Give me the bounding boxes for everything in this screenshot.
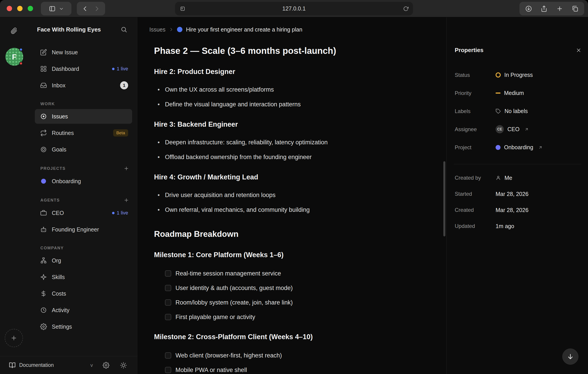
chevron-down-icon <box>59 7 64 11</box>
compose-icon <box>40 49 47 56</box>
bullet-item: Own referral, viral mechanics, and commu… <box>154 205 422 214</box>
sidebar-item-ceo[interactable]: CEO 1 live <box>35 206 132 220</box>
sidebar-item-org[interactable]: Org <box>35 253 132 268</box>
bullet-item: Offload backend ownership from the found… <box>154 153 422 162</box>
task-row: First playable game or activity <box>165 313 422 321</box>
dashboard-live-indicator: 1 live <box>112 66 128 72</box>
property-label: Created <box>455 207 496 213</box>
target-icon <box>40 146 47 153</box>
breadcrumb: Issues Hire your first engineer and crea… <box>137 17 446 42</box>
zoom-window-button[interactable] <box>28 6 33 11</box>
history-nav <box>77 2 105 15</box>
status-value[interactable]: In Progress <box>496 72 533 78</box>
sidebar-item-founding-engineer[interactable]: Founding Engineer <box>35 222 132 237</box>
sidebar-item-activity[interactable]: Activity <box>35 303 132 318</box>
chevron-right-icon <box>169 27 173 32</box>
task-checkbox[interactable] <box>165 270 171 277</box>
property-row-project: Project Onboarding <box>455 138 581 156</box>
dashboard-grid-icon <box>40 66 47 72</box>
forward-button[interactable] <box>94 5 100 12</box>
milestone1-checklist: Real-time session management service Use… <box>154 269 422 321</box>
sidebar-item-inbox[interactable]: Inbox 1 <box>35 78 132 93</box>
hire3-heading: Hire 3: Backend Engineer <box>154 120 422 129</box>
live-dot <box>112 68 115 70</box>
sidebar-toggle-button[interactable] <box>41 2 72 15</box>
task-checkbox[interactable] <box>165 367 171 373</box>
tab-overview-button[interactable] <box>572 5 578 12</box>
property-label: Created by <box>455 175 496 181</box>
new-tab-button[interactable] <box>556 5 563 12</box>
settings-gear-icon[interactable] <box>103 362 109 369</box>
theme-toggle-icon[interactable] <box>120 362 127 369</box>
property-row-status: Status In Progress <box>455 66 581 84</box>
milestone1-heading: Milestone 1: Core Platform (Weeks 1–6) <box>154 251 422 259</box>
close-icon[interactable] <box>576 48 581 53</box>
sidebar-item-routines[interactable]: Routines Beta <box>35 126 132 140</box>
ceo-live-indicator: 1 live <box>112 210 128 216</box>
external-link-icon[interactable] <box>538 145 543 150</box>
hire2-heading: Hire 2: Product Designer <box>154 67 422 76</box>
paperclip-icon[interactable] <box>11 27 17 34</box>
roadmap-heading: Roadmap Breakdown <box>154 229 422 239</box>
add-agent-button[interactable] <box>124 198 129 203</box>
assignee-value[interactable]: CE CEO <box>496 125 529 133</box>
minimize-window-button[interactable] <box>17 6 22 11</box>
person-icon <box>496 175 501 180</box>
task-row: Real-time session management service <box>165 269 422 278</box>
sidebar-item-onboarding-project[interactable]: Onboarding <box>35 174 132 188</box>
updated-value: 1m ago <box>496 223 514 230</box>
project-value[interactable]: Onboarding <box>496 144 543 151</box>
task-row: User identity & auth (accounts, guest mo… <box>165 284 422 292</box>
workspace-avatar[interactable]: F <box>5 48 23 66</box>
breadcrumb-parent-link[interactable]: Issues <box>149 26 165 33</box>
scrollbar-thumb[interactable] <box>443 161 445 236</box>
sidebar-item-costs[interactable]: Costs <box>35 286 132 301</box>
external-link-icon[interactable] <box>524 127 529 132</box>
section-work: WORK <box>40 102 129 106</box>
priority-value[interactable]: Medium <box>496 90 524 96</box>
browser-window: 127.0.0.1 F <box>0 0 588 374</box>
sidebar-item-dashboard[interactable]: Dashboard 1 live <box>35 61 132 76</box>
scroll-to-bottom-button[interactable] <box>562 349 578 365</box>
page-menu-icon[interactable] <box>180 6 185 11</box>
add-workspace-button[interactable] <box>5 329 23 347</box>
task-label: Room/lobby system (create, join, share l… <box>176 298 293 307</box>
documentation-link[interactable]: Documentation <box>19 362 54 368</box>
back-button[interactable] <box>82 5 88 12</box>
close-window-button[interactable] <box>7 6 12 11</box>
divider <box>454 164 581 164</box>
sidebar-footer: Documentation v <box>0 356 137 374</box>
inbox-unread-badge: 1 <box>120 81 128 89</box>
share-button[interactable] <box>541 5 547 12</box>
sidebar-item-label: Issues <box>52 113 68 120</box>
main-content: Issues Hire your first engineer and crea… <box>137 17 446 374</box>
task-checkbox[interactable] <box>165 314 171 320</box>
search-icon[interactable] <box>121 26 127 33</box>
hire4-bullets: Drive user acquisition and retention loo… <box>154 191 422 214</box>
section-company: COMPANY <box>40 246 129 251</box>
properties-title: Properties <box>455 47 576 54</box>
section-agents: AGENTS <box>40 198 129 203</box>
properties-panel: Properties Status In Progress Priority M… <box>446 17 588 374</box>
sidebar-item-goals[interactable]: Goals <box>35 142 132 157</box>
workspace-avatar-letter: F <box>12 53 17 61</box>
address-bar[interactable]: 127.0.0.1 <box>175 2 413 15</box>
sidebar-item-new-issue[interactable]: New Issue <box>35 45 132 60</box>
add-project-button[interactable] <box>124 166 129 171</box>
sidebar-item-label: Costs <box>52 290 66 297</box>
phase-heading: Phase 2 — Scale (3–6 months post-launch) <box>154 45 422 56</box>
task-checkbox[interactable] <box>165 299 171 306</box>
properties-header: Properties <box>455 47 581 54</box>
downloads-button[interactable] <box>525 5 532 12</box>
sidebar-item-skills[interactable]: Skills <box>35 270 132 284</box>
sidebar-item-settings[interactable]: Settings <box>35 319 132 334</box>
sidebar-item-issues[interactable]: Issues <box>35 109 132 124</box>
task-label: First playable game or activity <box>176 313 255 321</box>
property-row-created-by: Created by Me <box>455 170 581 186</box>
labels-value[interactable]: No labels <box>496 108 528 114</box>
sidebar-item-label: Inbox <box>52 82 65 89</box>
sidebar: Face With Rolling Eyes New Issue Dashboa… <box>30 17 137 356</box>
reload-button[interactable] <box>403 6 409 11</box>
task-checkbox[interactable] <box>165 352 171 359</box>
task-checkbox[interactable] <box>165 285 171 291</box>
